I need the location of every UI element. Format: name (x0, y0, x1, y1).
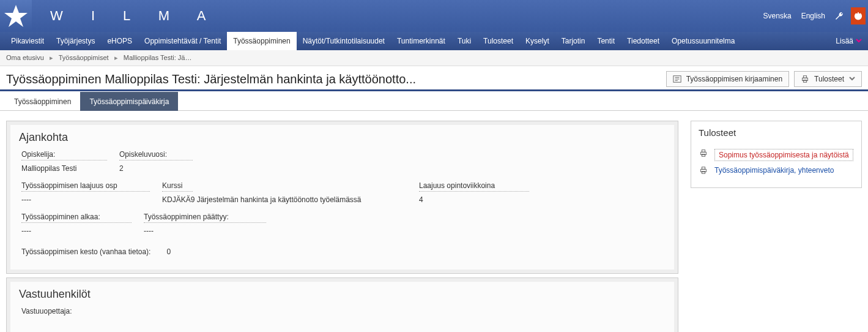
value-kesto: 0 (166, 247, 171, 256)
print-icon (699, 149, 708, 159)
nav-tyojarjestys[interactable]: Työjärjestys (50, 32, 101, 50)
main-nav: Pikaviestit Työjärjestys eHOPS Oppimiste… (0, 32, 868, 50)
nav-more-label: Lisää (836, 37, 853, 45)
nav-tuki[interactable]: Tuki (451, 32, 477, 50)
chevron-down-icon (856, 37, 862, 45)
side-link-paivakirja[interactable]: Työssäoppimispäiväkirja, yhteenveto (714, 166, 834, 175)
nav-tulosteet[interactable]: Tulosteet (477, 32, 519, 50)
tulosteet-label: Tulosteet (814, 75, 844, 83)
side-link-sopimus[interactable]: Sopimus työssäoppimisesta ja näytöistä (719, 151, 849, 159)
nav-pikaviestit[interactable]: Pikaviestit (5, 32, 50, 50)
side-title: Tulosteet (691, 121, 861, 144)
value-laajuus-osp: ---- (21, 195, 150, 204)
nav-tiedotteet[interactable]: Tiedotteet (621, 32, 666, 50)
side-item-sopimus: Sopimus työssäoppimisesta ja näytöistä (696, 146, 856, 164)
logo[interactable] (0, 0, 32, 32)
label-alkaa: Työssäoppiminen alkaa: (21, 213, 132, 223)
kirjaaminen-label: Työssäoppimisen kirjaaminen (686, 75, 782, 83)
print-icon (699, 166, 708, 176)
panel-ajankohta: Ajankohta Opiskelija: Mallioppilas Testi… (6, 121, 678, 274)
page-header: Työssäoppiminen Mallioppilas Testi: Järj… (0, 66, 868, 91)
value-opiskeluvuosi: 2 (119, 164, 193, 173)
nav-kyselyt[interactable]: Kyselyt (519, 32, 555, 50)
breadcrumb: Oma etusivu ▸ Työssäoppimiset ▸ Malliopp… (0, 50, 868, 66)
main-column: Ajankohta Opiskelija: Mallioppilas Testi… (6, 121, 678, 332)
value-alkaa: ---- (21, 227, 132, 235)
label-opiskelija: Opiskelija: (21, 150, 107, 160)
section-title-vastuu: Vastuuhenkilöt (10, 282, 674, 307)
tab-bar: Työssäoppiminen Työssäoppimispäiväkirja (0, 91, 868, 111)
label-kesto: Työssäoppimisen kesto (vanhaa tietoa): (21, 247, 150, 256)
nav-tuntimerkinnat[interactable]: Tuntimerkinnät (391, 32, 451, 50)
breadcrumb-sep-icon: ▸ (114, 54, 118, 61)
tab-paivakirja[interactable]: Työssäoppimispäiväkirja (80, 92, 178, 111)
side-item-paivakirja: Työssäoppimispäiväkirja, yhteenveto (696, 164, 856, 179)
lang-english[interactable]: English (799, 9, 828, 23)
nav-oppimistehtavat[interactable]: Oppimistehtävät / Tentit (138, 32, 227, 50)
nav-tyossaoppiminen[interactable]: Työssäoppiminen (227, 32, 296, 50)
svg-marker-0 (4, 5, 28, 27)
value-laajuus-ov: 4 (419, 195, 529, 204)
page-title: Työssäoppiminen Mallioppilas Testi: Järj… (6, 72, 416, 86)
star-icon (4, 4, 28, 28)
tulosteet-button[interactable]: Tulosteet (794, 71, 862, 87)
lang-svenska[interactable]: Svenska (761, 9, 794, 23)
print-icon (801, 75, 809, 83)
content: Ajankohta Opiskelija: Mallioppilas Testi… (0, 111, 868, 332)
value-paattyy: ---- (144, 227, 266, 235)
wrench-icon (834, 11, 844, 21)
chevron-down-icon (849, 75, 855, 83)
svg-rect-12 (702, 167, 705, 170)
breadcrumb-home[interactable]: Oma etusivu (6, 54, 44, 61)
top-bar-right: Svenska English (761, 7, 868, 25)
svg-rect-6 (803, 76, 806, 78)
settings-button[interactable] (833, 9, 846, 23)
value-opiskelija: Mallioppilas Testi (21, 164, 107, 173)
svg-rect-9 (702, 150, 705, 153)
brand-title: W I L M A (50, 8, 218, 24)
side-tulosteet: Tulosteet Sopimus työssäoppimisesta ja n… (691, 121, 862, 188)
nav-ehops[interactable]: eHOPS (101, 32, 138, 50)
label-paattyy: Työssäoppiminen päättyy: (144, 213, 266, 223)
nav-opetussuunnitelma[interactable]: Opetussuunnitelma (666, 32, 741, 50)
breadcrumb-current[interactable]: Mallioppilas Testi: Jä… (124, 54, 192, 61)
logout-button[interactable] (851, 7, 866, 25)
nav-tarjotin[interactable]: Tarjotin (555, 32, 592, 50)
label-laajuus-osp: Työssäoppimisen laajuus osp (21, 181, 150, 192)
value-kurssi: KDJÄKÄ9 Järjestelmän hankinta ja käyttöö… (162, 195, 407, 204)
header-buttons: Työssäoppimisen kirjaaminen Tulosteet (666, 71, 862, 87)
tab-tyossaoppiminen[interactable]: Työssäoppiminen (5, 92, 80, 111)
section-title-ajankohta: Ajankohta (10, 125, 674, 150)
nav-more[interactable]: Lisää (829, 32, 868, 50)
side-column: Tulosteet Sopimus työssäoppimisesta ja n… (691, 121, 862, 188)
kirjaaminen-button[interactable]: Työssäoppimisen kirjaaminen (666, 71, 789, 87)
nav-tentit[interactable]: Tentit (591, 32, 621, 50)
label-kurssi: Kurssi (162, 181, 193, 192)
label-opiskeluvuosi: Opiskeluvuosi: (119, 150, 193, 160)
label-laajuus-ov: Laajuus opintoviikkoina (419, 181, 529, 192)
power-icon (854, 12, 862, 20)
breadcrumb-sep-icon: ▸ (50, 54, 53, 61)
nav-naytot[interactable]: Näytöt/Tutkintotilaisuudet (297, 32, 391, 50)
top-bar-left: W I L M A (0, 0, 218, 32)
panel-vastuuhenkilot: Vastuuhenkilöt Vastuuopettaja: (6, 277, 678, 332)
label-vastuuopettaja: Vastuuopettaja: (21, 307, 72, 317)
top-bar: W I L M A Svenska English (0, 0, 868, 32)
breadcrumb-tyossaoppimiset[interactable]: Työssäoppimiset (59, 54, 109, 61)
form-icon (673, 75, 681, 83)
